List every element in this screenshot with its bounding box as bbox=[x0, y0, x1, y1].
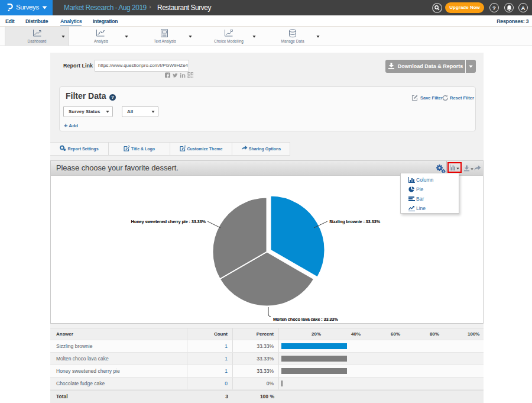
svg-text:Molten choco lava cake : 33.33: Molten choco lava cake : 33.33% bbox=[273, 317, 338, 322]
svg-text:Sizzling brownie : 33.33%: Sizzling brownie : 33.33% bbox=[329, 219, 380, 224]
svg-text:Honey sweetened cherry pie : 3: Honey sweetened cherry pie : 33.33% bbox=[131, 219, 206, 224]
